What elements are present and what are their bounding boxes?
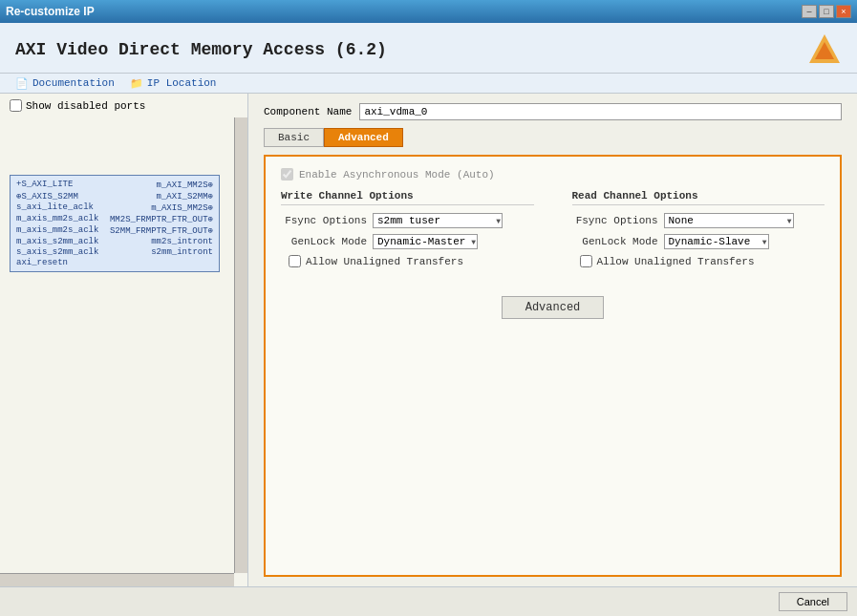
diagram-area: +S_AXI_LITE m_AXI_MM2S⊕ ⊕S_AXIS_S2MM m_A… xyxy=(0,117,247,586)
title-bar-controls: – □ × xyxy=(802,5,851,18)
read-genlock-label: GenLock Mode xyxy=(572,236,658,247)
left-scroll-h[interactable] xyxy=(0,573,234,586)
minimize-button[interactable]: – xyxy=(802,5,817,18)
write-channel-title: Write Channel Options xyxy=(281,190,534,205)
write-genlock-field: GenLock Mode Dynamic-Master Dynamic-Slav… xyxy=(281,234,534,249)
read-genlock-field: GenLock Mode Dynamic-Slave Dynamic-Maste… xyxy=(572,234,825,249)
advanced-button[interactable]: Advanced xyxy=(502,296,605,319)
options-row: Write Channel Options Fsync Options s2mm… xyxy=(281,190,825,267)
async-mode-row: Enable Asynchronous Mode (Auto) xyxy=(281,168,825,181)
cancel-button[interactable]: Cancel xyxy=(779,592,847,611)
write-genlock-select-wrapper: Dynamic-Master Dynamic-Slave Master Slav… xyxy=(373,234,478,249)
write-fsync-field: Fsync Options s2mm tuser None s2mm tuser… xyxy=(281,213,534,228)
left-panel-header: Show disabled ports xyxy=(0,94,247,117)
documentation-link[interactable]: 📄 Documentation xyxy=(15,76,115,90)
maximize-button[interactable]: □ xyxy=(819,5,834,18)
ip-port-row-1: ⊕S_AXIS_S2MM m_AXI_S2MM⊕ xyxy=(16,191,213,202)
read-genlock-select-wrapper: Dynamic-Slave Dynamic-Master Master Slav… xyxy=(664,234,769,249)
ip-port-row-3: m_axis_mm2s_aclk MM2S_FRMPTR_FTR_OUT⊕ xyxy=(16,214,213,224)
ip-port-row-6: s_axis_s2mm_aclk s2mm_intront xyxy=(16,247,213,257)
read-channel-title: Read Channel Options xyxy=(572,190,825,205)
component-name-label: Component Name xyxy=(264,106,352,117)
title-bar-title: Re-customize IP xyxy=(6,5,95,18)
write-fsync-label: Fsync Options xyxy=(281,215,367,226)
folder-icon: 📁 xyxy=(130,76,143,90)
main-window: AXI Video Direct Memory Access (6.2) 📄 D… xyxy=(0,23,857,616)
write-genlock-select[interactable]: Dynamic-Master Dynamic-Slave Master Slav… xyxy=(373,234,478,249)
show-disabled-ports-checkbox[interactable] xyxy=(10,99,22,112)
write-fsync-select[interactable]: s2mm tuser None s2mm tuser or fsync xyxy=(373,213,503,228)
read-fsync-select[interactable]: None s2mm tuser s2mm tuser or fsync xyxy=(664,213,794,228)
tab-content: Enable Asynchronous Mode (Auto) Write Ch… xyxy=(264,155,842,577)
write-channel-group: Write Channel Options Fsync Options s2mm… xyxy=(281,190,534,267)
content: Show disabled ports +S_AXI_LITE m_AXI_MM… xyxy=(0,94,857,586)
tabs: Basic Advanced xyxy=(264,128,842,147)
ip-port-row-4: m_axis_mm2s_aclk S2MM_FRMPTR_FTR_OUT⊕ xyxy=(16,225,213,236)
advanced-btn-row: Advanced xyxy=(281,296,825,319)
write-genlock-label: GenLock Mode xyxy=(281,236,367,247)
toolbar: 📄 Documentation 📁 IP Location xyxy=(0,74,857,94)
write-unaligned-checkbox[interactable] xyxy=(289,255,301,267)
ip-location-link[interactable]: 📁 IP Location xyxy=(130,76,217,90)
ip-block: +S_AXI_LITE m_AXI_MM2S⊕ ⊕S_AXIS_S2MM m_A… xyxy=(10,175,220,272)
write-unaligned-row: Allow Unaligned Transfers xyxy=(289,255,534,267)
ip-port-row-0: +S_AXI_LITE m_AXI_MM2S⊕ xyxy=(16,180,213,190)
async-mode-checkbox xyxy=(281,168,293,181)
bottom-bar: Cancel xyxy=(0,586,857,616)
close-button[interactable]: × xyxy=(836,5,851,18)
read-fsync-field: Fsync Options None s2mm tuser s2mm tuser… xyxy=(572,213,825,228)
read-fsync-select-wrapper: None s2mm tuser s2mm tuser or fsync ▼ xyxy=(664,213,794,228)
header: AXI Video Direct Memory Access (6.2) xyxy=(0,23,857,74)
app-logo xyxy=(807,32,842,67)
ip-port-row-5: m_axis_s2mm_aclk mm2s_intront xyxy=(16,237,213,246)
left-panel: Show disabled ports +S_AXI_LITE m_AXI_MM… xyxy=(0,94,248,586)
read-channel-group: Read Channel Options Fsync Options None … xyxy=(572,190,825,267)
doc-icon: 📄 xyxy=(15,76,29,90)
ip-port-row-2: s_axi_lite_aclk m_AXIS_MM2S⊕ xyxy=(16,202,213,213)
write-fsync-select-wrapper: s2mm tuser None s2mm tuser or fsync ▼ xyxy=(373,213,503,228)
show-disabled-ports-label[interactable]: Show disabled ports xyxy=(10,99,145,112)
tab-advanced[interactable]: Advanced xyxy=(324,128,403,147)
read-genlock-select[interactable]: Dynamic-Slave Dynamic-Master Master Slav… xyxy=(664,234,769,249)
component-name-row: Component Name xyxy=(264,103,842,120)
left-scroll-v[interactable] xyxy=(234,117,247,573)
title-bar: Re-customize IP – □ × xyxy=(0,0,857,23)
read-unaligned-checkbox[interactable] xyxy=(580,255,592,267)
write-unaligned-label: Allow Unaligned Transfers xyxy=(306,256,463,267)
read-unaligned-row: Allow Unaligned Transfers xyxy=(580,255,825,267)
tab-basic[interactable]: Basic xyxy=(264,128,324,147)
read-unaligned-label: Allow Unaligned Transfers xyxy=(597,256,755,267)
ip-port-row-7: axi_resetn xyxy=(16,258,213,267)
component-name-input[interactable] xyxy=(359,103,842,120)
read-fsync-label: Fsync Options xyxy=(572,215,658,226)
right-panel: Component Name Basic Advanced Enable Asy… xyxy=(248,94,857,586)
ip-block-inner: +S_AXI_LITE m_AXI_MM2S⊕ ⊕S_AXIS_S2MM m_A… xyxy=(11,176,219,271)
async-mode-label: Enable Asynchronous Mode (Auto) xyxy=(299,169,495,181)
app-title: AXI Video Direct Memory Access (6.2) xyxy=(15,40,387,59)
